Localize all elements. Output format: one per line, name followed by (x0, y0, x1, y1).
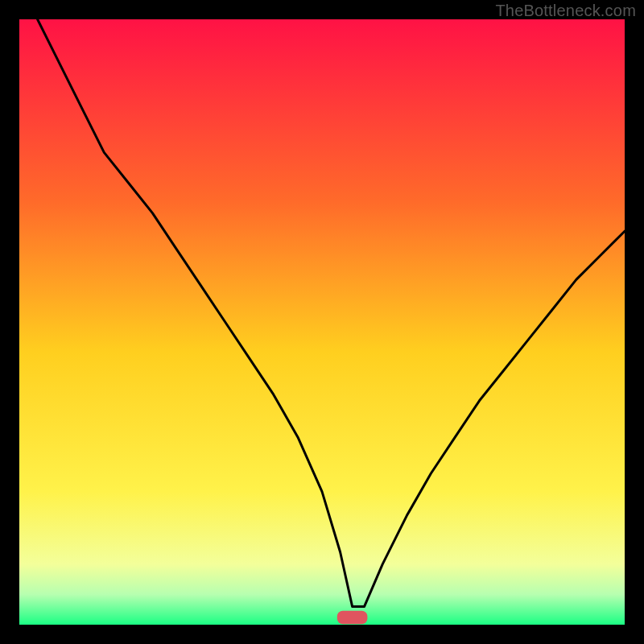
chart-svg (19, 19, 625, 625)
optimum-marker (337, 611, 368, 625)
plot-area (19, 19, 625, 625)
chart-frame: TheBottleneck.com (0, 0, 644, 644)
watermark-label: TheBottleneck.com (495, 2, 636, 20)
gradient-background (19, 19, 625, 625)
